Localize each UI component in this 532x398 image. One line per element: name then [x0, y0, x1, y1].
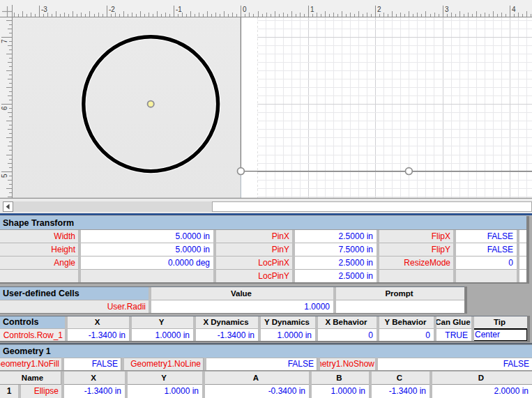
- svg-text:0: 0: [243, 6, 247, 13]
- svg-text:6: 6: [1, 106, 8, 110]
- svg-text:5: 5: [1, 174, 8, 178]
- svg-text:7: 7: [1, 39, 8, 43]
- svg-text:1: 1: [310, 6, 314, 13]
- svg-text:-2: -2: [109, 6, 115, 13]
- svg-text:2: 2: [377, 6, 381, 13]
- svg-text:4: 4: [512, 6, 516, 13]
- svg-text:3: 3: [445, 6, 449, 13]
- svg-text:-3: -3: [41, 6, 47, 13]
- svg-text:-1: -1: [176, 6, 182, 13]
